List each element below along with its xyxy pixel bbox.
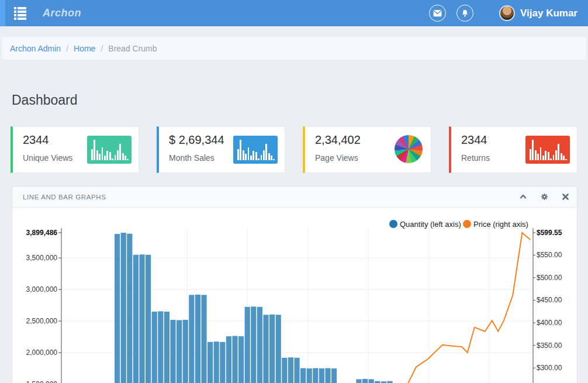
panel-tools — [520, 193, 569, 201]
spark-bar — [537, 154, 539, 160]
chart-legend: Quantity (left axis)Price (right axis) — [389, 220, 528, 229]
top-header: Archon Vijay Kumar — [0, 0, 588, 26]
breadcrumb-separator: / — [66, 44, 68, 53]
card-page-views: 2,34,402 Page Views — [303, 126, 431, 173]
close-button[interactable] — [562, 193, 569, 201]
spark-bar — [255, 152, 257, 160]
envelope-icon — [433, 9, 442, 17]
spark-bar — [553, 155, 555, 160]
breadcrumb-separator: / — [101, 44, 103, 53]
bar-chart-icon — [525, 136, 570, 164]
spark-bar — [124, 156, 126, 160]
panel-header: LINE AND BAR GRAPHS — [12, 187, 577, 208]
spark-bar — [258, 158, 260, 160]
value-mark: · — [487, 134, 489, 140]
page-title: Dashboard — [12, 92, 78, 108]
bar-chart-icon — [233, 136, 278, 164]
svg-text:$350.00: $350.00 — [537, 341, 562, 350]
svg-text:$500.00: $500.00 — [537, 274, 562, 282]
spark-bar — [530, 149, 531, 160]
card-returns: 2344· Returns — [449, 126, 577, 173]
legend-dot-price — [463, 220, 471, 228]
spark-bar — [263, 150, 265, 160]
spark-bar — [271, 156, 272, 160]
spark-bar — [535, 150, 537, 161]
spark-bar — [253, 151, 254, 160]
spark-bar — [563, 156, 565, 160]
menu-toggle-button[interactable] — [13, 6, 27, 21]
spark-bar — [561, 153, 562, 160]
sidebar-accent-strip — [0, 0, 5, 26]
avatar — [499, 5, 515, 21]
legend-label-price: Price (right axis) — [473, 220, 528, 229]
breadcrumb: Archon Admin / Home / Bread Crumb — [2, 37, 586, 60]
svg-text:$300.00: $300.00 — [537, 364, 562, 372]
svg-text:$450.00: $450.00 — [537, 296, 562, 304]
svg-text:$599.55: $599.55 — [537, 229, 562, 237]
legend-label-quantity: Quantity (left axis) — [400, 220, 461, 229]
spark-bar — [532, 140, 534, 160]
spark-bar — [109, 152, 111, 160]
spark-bar — [243, 150, 244, 161]
bell-icon — [461, 9, 469, 18]
close-icon — [562, 194, 569, 200]
spark-bar — [127, 159, 129, 160]
messages-button[interactable] — [429, 5, 446, 22]
notifications-button[interactable] — [456, 5, 473, 22]
spark-bar — [94, 140, 95, 160]
spark-bar — [548, 152, 549, 160]
panel-title: LINE AND BAR GRAPHS — [23, 194, 520, 201]
user-menu[interactable]: Vijay Kumar — [499, 5, 577, 21]
spark-bar — [122, 153, 124, 160]
collapse-button[interactable] — [520, 193, 527, 201]
spark-bar — [268, 153, 270, 160]
spark-bar — [112, 158, 113, 160]
spark-bar — [245, 154, 247, 160]
quantity-bars — [115, 233, 393, 383]
card-month-sales: $ 2,69,344 Month Sales — [157, 126, 285, 173]
spark-bar — [273, 159, 275, 160]
list-icon — [14, 7, 26, 9]
spark-bar — [250, 156, 252, 160]
spark-bar — [565, 159, 567, 160]
gear-icon — [541, 193, 548, 201]
spark-bar — [119, 144, 121, 160]
spark-bar — [265, 144, 267, 160]
svg-text:3,500,000: 3,500,000 — [26, 254, 58, 262]
chevron-up-icon — [520, 194, 527, 199]
spark-bar — [237, 149, 239, 160]
right-axis: $599.55$550.00$500.00$450.00$400.00$350.… — [533, 228, 562, 383]
svg-text:$400.00: $400.00 — [537, 319, 562, 327]
settings-button[interactable] — [541, 193, 548, 201]
legend-dot-quantity — [389, 220, 397, 228]
spark-bar — [261, 155, 262, 160]
panel-body: 3,899,4863,500,0003,000,0002,500,0002,00… — [12, 208, 577, 383]
stat-cards: 2344 Unique Views $ 2,69,344 Month Sales… — [11, 126, 577, 173]
spark-bar — [248, 147, 250, 160]
price-line — [408, 233, 530, 383]
spark-bar — [99, 154, 101, 160]
svg-text:2,000,000: 2,000,000 — [26, 349, 58, 357]
breadcrumb-link-home[interactable]: Home — [74, 44, 95, 53]
spark-bar — [545, 151, 547, 160]
user-name: Vijay Kumar — [520, 8, 577, 19]
spark-bar — [550, 158, 552, 160]
svg-text:2,500,000: 2,500,000 — [26, 317, 58, 325]
spark-bar — [558, 144, 559, 160]
svg-text:3,000,000: 3,000,000 — [26, 285, 58, 294]
spark-bar — [117, 150, 119, 160]
spark-bar — [540, 147, 542, 160]
left-axis: 3,899,4863,500,0003,000,0002,500,0002,00… — [26, 228, 61, 383]
line-bar-panel: LINE AND BAR GRAPHS — [12, 186, 577, 383]
brand-logo[interactable]: Archon — [43, 7, 81, 19]
breadcrumb-current: Bread Crumb — [108, 44, 157, 53]
spark-bar — [91, 149, 93, 160]
svg-text:$550.00: $550.00 — [537, 251, 562, 259]
bar-chart-icon — [87, 136, 132, 164]
breadcrumb-link-archon-admin[interactable]: Archon Admin — [10, 44, 61, 53]
pie-chart-icon — [395, 135, 423, 163]
spark-bar — [555, 150, 557, 160]
card-unique-views: 2344 Unique Views — [11, 126, 139, 173]
spark-bar — [96, 150, 98, 161]
spark-bar — [542, 156, 544, 160]
